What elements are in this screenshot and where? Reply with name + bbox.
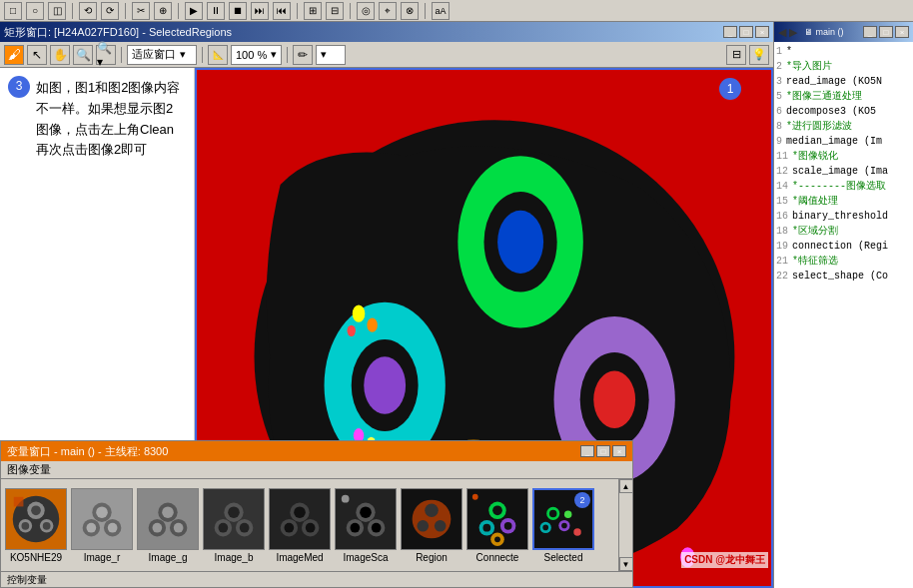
zoom-level-dropdown[interactable]: 100 % ▾ bbox=[231, 45, 282, 65]
maximize-button[interactable]: □ bbox=[739, 26, 753, 38]
right-code-area: 1*2*导入图片3read_image (KO5N5*图像三通道处理6decom… bbox=[774, 42, 913, 588]
thumb-label-ImageMed: ImageMed bbox=[276, 552, 323, 563]
right-nav-forward[interactable]: ▶ bbox=[789, 26, 797, 39]
svg-point-52 bbox=[240, 522, 250, 532]
hand-tool-button[interactable]: ✋ bbox=[50, 45, 70, 65]
badge-2-number: 2 bbox=[579, 495, 584, 505]
bottom-close-button[interactable]: × bbox=[612, 445, 626, 457]
right-window-controls: _ □ × bbox=[863, 26, 909, 38]
toolbar-btn-cross[interactable]: ⊗ bbox=[401, 2, 419, 20]
toolbar-sep-6 bbox=[425, 3, 426, 19]
scroll-up-button[interactable]: ▲ bbox=[619, 479, 633, 493]
thumbnail-ImageSca[interactable]: ImageSca bbox=[335, 488, 397, 563]
toolbar-btn-circle[interactable]: ◎ bbox=[357, 2, 375, 20]
right-close-button[interactable]: × bbox=[895, 26, 909, 38]
fit-window-dropdown[interactable]: 适应窗口 ▾ bbox=[127, 45, 197, 65]
right-nav-back[interactable]: ◀ bbox=[778, 26, 786, 39]
thumbnail-Region[interactable]: Region bbox=[401, 488, 462, 563]
toolbar-btn-cut[interactable]: ✂ bbox=[132, 2, 150, 20]
toolbar-btn-font[interactable]: aA bbox=[432, 2, 450, 20]
line-number: 16 bbox=[776, 211, 788, 222]
thumb-img-ImageMed bbox=[269, 488, 331, 550]
toolbar-btn-play[interactable]: ▶ bbox=[185, 2, 203, 20]
svg-point-65 bbox=[351, 522, 361, 532]
code-line: 19connection (Regi bbox=[776, 239, 911, 254]
zoom-dropdown-button[interactable]: 🔍▾ bbox=[96, 45, 116, 65]
thumbnail-Selected[interactable]: 2 Selected bbox=[532, 488, 594, 563]
extra-dropdown[interactable]: ▾ bbox=[316, 45, 346, 65]
toolbar-btn-target[interactable]: ⌖ bbox=[379, 2, 397, 20]
code-line: 6decompose3 (KO5 bbox=[776, 104, 911, 119]
img-toolbar-sep-3 bbox=[287, 47, 288, 63]
code-line: 2*导入图片 bbox=[776, 59, 911, 74]
svg-point-10 bbox=[593, 371, 635, 428]
code-line: 5*图像三通道处理 bbox=[776, 89, 911, 104]
bottom-minimize-button[interactable]: _ bbox=[580, 445, 594, 457]
svg-point-91 bbox=[573, 528, 580, 535]
thumb-img-Region bbox=[401, 488, 462, 550]
toolbar-btn-redo[interactable]: ⟳ bbox=[101, 2, 119, 20]
pencil-tool-button[interactable]: ✏ bbox=[293, 45, 313, 65]
svg-point-71 bbox=[417, 519, 429, 531]
code-line: 11*图像锐化 bbox=[776, 149, 911, 164]
thumbnail-KO5NHE29[interactable]: KO5NHE29 bbox=[5, 488, 67, 563]
minimize-button[interactable]: _ bbox=[723, 26, 737, 38]
layers-button[interactable]: ⊟ bbox=[726, 45, 746, 65]
right-maximize-button[interactable]: □ bbox=[879, 26, 893, 38]
zoom-tool-button[interactable]: 🔍 bbox=[73, 45, 93, 65]
svg-point-81 bbox=[494, 536, 500, 542]
toolbar-btn-new[interactable]: □ bbox=[4, 2, 22, 20]
thumb-label-KO5NHE29: KO5NHE29 bbox=[10, 552, 62, 563]
toolbar-btn-undo[interactable]: ⟲ bbox=[79, 2, 97, 20]
toolbar-btn-zoom-out[interactable]: ⊟ bbox=[326, 2, 344, 20]
toolbar-btn-back[interactable]: ⏮ bbox=[273, 2, 291, 20]
svg-point-75 bbox=[492, 505, 502, 515]
annotation-content: 如图，图1和图2图像内容不一样。如果想显示图2图像，点击左上角Clean再次点击… bbox=[36, 80, 180, 157]
control-variable-label: 控制变量 bbox=[7, 573, 47, 587]
thumb-label-Image_g: Image_g bbox=[149, 552, 188, 563]
toolbar-sep-5 bbox=[350, 3, 351, 19]
thumb-img-ImageSca bbox=[335, 488, 397, 550]
right-panel: ◀ ▶ 🖥 main () _ □ × 1*2*导入图片3read_image … bbox=[773, 22, 913, 588]
line-number: 19 bbox=[776, 241, 788, 252]
svg-point-82 bbox=[472, 493, 478, 499]
right-panel-titlebar: ◀ ▶ 🖥 main () _ □ × bbox=[774, 22, 913, 42]
code-line: 8*进行圆形滤波 bbox=[776, 119, 911, 134]
toolbar-btn-zoom-in[interactable]: ⊞ bbox=[304, 2, 322, 20]
toolbar-btn-copy[interactable]: ⊕ bbox=[154, 2, 172, 20]
thumb-label-Selected: Selected bbox=[544, 552, 583, 563]
line-number: 21 bbox=[776, 256, 788, 267]
close-button[interactable]: × bbox=[755, 26, 769, 38]
watermark: CSDN @龙中舞王 bbox=[681, 552, 768, 568]
window-controls: _ □ × bbox=[723, 26, 769, 38]
toolbar-btn-open[interactable]: ○ bbox=[26, 2, 44, 20]
annotation-text: 如图，图1和图2图像内容不一样。如果想显示图2图像，点击左上角Clean再次点击… bbox=[36, 78, 186, 161]
toolbar-btn-save[interactable]: ◫ bbox=[48, 2, 66, 20]
toolbar-btn-pause[interactable]: ⏸ bbox=[207, 2, 225, 20]
code-line: 15*阈值处理 bbox=[776, 194, 911, 209]
thumbnail-Image_b[interactable]: Image_b bbox=[203, 488, 265, 563]
code-line: 21*特征筛选 bbox=[776, 254, 911, 269]
thumbnail-Image_g[interactable]: Image_g bbox=[137, 488, 199, 563]
thumbnail-Image_r[interactable]: Image_r bbox=[71, 488, 133, 563]
bottom-maximize-button[interactable]: □ bbox=[596, 445, 610, 457]
scroll-down-button[interactable]: ▼ bbox=[619, 557, 633, 571]
line-number: 6 bbox=[776, 106, 782, 117]
badge-2: 2 bbox=[574, 492, 590, 508]
select-tool-button[interactable]: ↖ bbox=[27, 45, 47, 65]
thumbnail-Connecte[interactable]: Connecte bbox=[466, 488, 528, 563]
zoom-dropdown-arrow: ▾ bbox=[271, 48, 277, 61]
lightbulb-button[interactable]: 💡 bbox=[749, 45, 769, 65]
line-number: 9 bbox=[776, 136, 782, 147]
svg-point-45 bbox=[174, 522, 184, 532]
right-minimize-button[interactable]: _ bbox=[863, 26, 877, 38]
toolbar-btn-stop[interactable]: ⏹ bbox=[229, 2, 247, 20]
toolbar-btn-step[interactable]: ⏭ bbox=[251, 2, 269, 20]
line-number: 2 bbox=[776, 61, 782, 72]
code-line: 18*区域分割 bbox=[776, 224, 911, 239]
paint-tool-button[interactable]: 🖌 bbox=[4, 45, 24, 65]
code-line: 22select_shape (Co bbox=[776, 269, 911, 284]
line-number: 3 bbox=[776, 76, 782, 87]
thumbnail-ImageMed[interactable]: ImageMed bbox=[269, 488, 331, 563]
badge-1-number: 1 bbox=[727, 82, 734, 96]
